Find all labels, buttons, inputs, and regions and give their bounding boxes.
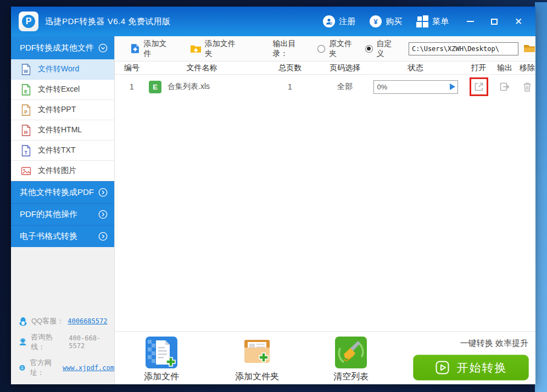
sidebar-section-pdf-other-ops[interactable]: PDF的其他操作 — [11, 203, 114, 225]
clear-list-button[interactable]: 清空列表 — [333, 337, 369, 383]
website-link[interactable]: www.xjpdf.com — [63, 364, 114, 372]
add-file-button[interactable]: 添加文件 — [130, 39, 174, 59]
open-external-icon[interactable] — [473, 81, 485, 93]
start-convert-button[interactable]: 开始转换 — [413, 355, 529, 380]
titlebar-actions: 注册 ¥ 购买 菜单 ✕ — [323, 13, 535, 30]
svg-text:P: P — [24, 109, 27, 114]
sidebar-item-to-ppt[interactable]: P 文件转PPT — [11, 100, 114, 120]
radio-original-folder[interactable]: 原文件夹 — [317, 39, 359, 59]
image-file-icon — [21, 165, 31, 177]
txt-file-icon: T — [21, 145, 31, 156]
play-icon — [435, 360, 450, 375]
sidebar-item-label: 文件转图片 — [38, 166, 76, 176]
sidebar-item-to-image[interactable]: 文件转图片 — [11, 161, 114, 181]
chevron-right-circle-icon — [98, 210, 108, 219]
file-name: 合集列表.xls — [168, 82, 210, 92]
svg-text:H: H — [24, 129, 27, 135]
add-folder-big-button[interactable]: 添加文件夹 — [235, 337, 279, 383]
trash-icon[interactable] — [521, 81, 533, 93]
folder-icon — [523, 44, 535, 53]
ppt-file-icon: P — [21, 104, 31, 116]
col-index: 编号 — [115, 63, 149, 73]
add-folder-label: 添加文件夹 — [205, 39, 242, 59]
minimize-button[interactable] — [463, 13, 477, 30]
buy-label: 购买 — [386, 16, 402, 27]
sidebar: PDF转换成其他文件 W 文件转Word E 文件转Excel P 文件转PPT — [11, 36, 114, 384]
sidebar-item-label: 文件转HTML — [38, 125, 82, 135]
minimize-icon — [467, 21, 474, 22]
close-button[interactable]: ✕ — [511, 13, 526, 30]
hotline-row: 咨询热线： 400-668-5572 — [19, 332, 114, 352]
file-name-cell: E 合集列表.xls — [149, 81, 255, 93]
radio-custom-folder[interactable]: 自定义 — [365, 39, 399, 59]
add-file-big-button[interactable]: 添加文件 — [144, 337, 179, 383]
sidebar-item-to-word[interactable]: W 文件转Word — [11, 59, 114, 80]
desktop-wallpaper-strip — [535, 2, 547, 392]
maximize-button[interactable] — [487, 13, 501, 30]
col-open: 打开 — [466, 63, 491, 73]
row-page-range[interactable]: 全部 — [325, 82, 365, 92]
play-triangle-icon — [450, 83, 455, 90]
buy-button[interactable]: ¥ 购买 — [370, 15, 402, 27]
qq-icon — [19, 317, 27, 326]
output-path-input[interactable] — [409, 42, 518, 55]
sidebar-item-to-html[interactable]: H 文件转HTML — [11, 120, 114, 141]
chevron-down-circle-icon — [98, 43, 108, 53]
yuan-icon: ¥ — [370, 15, 382, 27]
remove-cell — [518, 81, 536, 93]
output-cell — [491, 81, 518, 93]
hotline-number: 400-668-5572 — [69, 334, 114, 350]
add-file-icon — [130, 43, 139, 54]
add-folder-big-icon — [241, 337, 273, 368]
headset-icon — [19, 338, 27, 346]
progress-bar[interactable]: 0% — [373, 80, 458, 94]
app-logo-icon: P — [19, 12, 38, 31]
browser-e-icon — [19, 363, 26, 372]
app-logo-letter: P — [22, 15, 35, 28]
radio-unselected-icon — [317, 45, 325, 53]
col-total-pages: 总页数 — [255, 63, 325, 73]
sidebar-section-ebook-convert[interactable]: 电子书格式转换 — [11, 225, 114, 247]
add-folder-button[interactable]: 添加文件夹 — [190, 39, 242, 59]
main-panel: 添加文件 添加文件夹 输出目录： 原文件夹 自定义 — [114, 36, 535, 384]
register-label: 注册 — [339, 16, 355, 27]
start-convert-label: 开始转换 — [457, 360, 507, 376]
app-window: P 迅捷PDF转换器 V6.4 免费试用版 注册 ¥ 购买 菜单 — [11, 7, 535, 384]
red-annotation-box — [470, 77, 488, 96]
close-icon: ✕ — [515, 17, 522, 26]
hotline-label: 咨询热线： — [31, 332, 65, 352]
sidebar-item-label: 文件转PPT — [38, 105, 76, 115]
excel-file-icon: E — [21, 84, 31, 96]
qq-support-row: QQ客服： 4006685572 — [19, 316, 114, 326]
sidebar-section-label: PDF转换成其他文件 — [20, 43, 94, 53]
col-remove: 移除 — [518, 63, 536, 73]
add-file-label: 添加文件 — [143, 39, 173, 59]
sidebar-section-other-to-pdf[interactable]: 其他文件转换成PDF — [11, 181, 114, 203]
chevron-right-circle-icon — [98, 188, 108, 197]
menu-label: 菜单 — [432, 16, 449, 27]
maximize-icon — [491, 19, 498, 25]
sidebar-item-to-txt[interactable]: T 文件转TXT — [11, 141, 114, 161]
output-dir-label: 输出目录： — [272, 39, 310, 59]
qq-number-link[interactable]: 4006685572 — [68, 317, 107, 325]
sidebar-section-pdf-to-other[interactable]: PDF转换成其他文件 — [11, 36, 114, 59]
add-folder-big-label: 添加文件夹 — [235, 371, 279, 383]
clear-list-broom-icon — [335, 337, 367, 368]
clear-list-label: 清空列表 — [333, 371, 369, 383]
website-row: 官方网址： www.xjpdf.com — [19, 358, 114, 378]
sidebar-section-label: 电子书格式转换 — [20, 231, 77, 242]
output-arrow-icon[interactable] — [499, 81, 511, 93]
file-table-header: 编号 文件名称 总页数 页码选择 状态 打开 输出 移除 — [115, 61, 535, 75]
website-label: 官方网址： — [30, 358, 59, 378]
word-file-icon: W — [21, 64, 31, 75]
sidebar-item-label: 文件转Word — [38, 64, 79, 74]
register-button[interactable]: 注册 — [323, 15, 355, 27]
browse-folder-button[interactable] — [523, 44, 535, 53]
sidebar-item-to-excel[interactable]: E 文件转Excel — [11, 80, 114, 100]
contact-info: QQ客服： 4006685572 咨询热线： 400-668-5572 官方网址… — [19, 310, 114, 378]
menu-button[interactable]: 菜单 — [416, 15, 449, 27]
radio-selected-icon — [365, 45, 373, 53]
progress-value: 0% — [377, 83, 388, 91]
open-cell — [466, 77, 491, 96]
row-total-pages: 1 — [255, 82, 325, 91]
